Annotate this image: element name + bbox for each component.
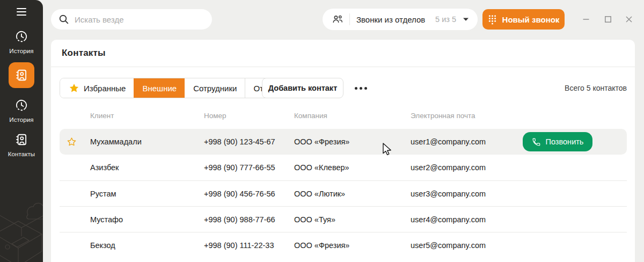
calls-filter-count: 5 из 5 (435, 15, 456, 24)
contacts-table: Клиент Номер Компания Электронная почта … (60, 106, 627, 258)
table-row[interactable]: Мухаммадали +998 (90) 123-45-67 ООО «Фре… (60, 129, 627, 155)
contact-company: ООО «Туя» (294, 215, 335, 224)
contact-email: user4@company.com (411, 215, 486, 224)
new-call-label: Новый звонок (502, 15, 560, 24)
contact-name: Азизбек (90, 163, 119, 172)
contact-company: ООО «Фрезия» (294, 137, 349, 146)
divider (349, 13, 350, 25)
panel-header: Контакты (51, 40, 635, 67)
dialpad-icon (488, 14, 497, 25)
sidebar: История История (0, 0, 43, 262)
tab-external[interactable]: Внешние (134, 78, 185, 98)
sidebar-item-contacts[interactable]: Контакты (0, 133, 43, 157)
menu-button[interactable] (0, 8, 43, 18)
calls-filter-label: Звонки из отделов (356, 15, 425, 24)
contacts-toolbar: Избранные Внешние Сотрудники Отделы Доба… (51, 68, 635, 108)
star-icon (69, 83, 79, 93)
minimize-icon (582, 16, 590, 23)
page-title: Контакты (62, 48, 106, 59)
contact-name: Мустафо (90, 215, 123, 224)
contact-phone: +998 (90) 111-22-33 (204, 241, 274, 250)
table-row[interactable]: Бекзод +998 (90) 111-22-33 ООО «Фрезия» … (60, 232, 627, 258)
call-button[interactable]: Позвонить (523, 132, 592, 151)
global-search (51, 9, 212, 30)
contacts-panel: Контакты Избранные Внешние Сотрудники От… (51, 40, 635, 262)
window-close-button[interactable] (623, 13, 635, 26)
contact-phone: +998 (90) 123-45-67 (204, 137, 275, 146)
contact-company: ООО «Лютик» (294, 190, 345, 198)
contact-name: Мухаммадали (90, 137, 142, 146)
call-button-label: Позвонить (546, 137, 584, 146)
new-call-button[interactable]: Новый звонок (482, 9, 565, 30)
contact-email: user1@company.com (411, 137, 486, 146)
contact-name: Бекзод (90, 241, 115, 250)
address-book-icon (14, 133, 28, 147)
window-minimize-button[interactable] (580, 13, 592, 26)
sidebar-item-label: История (0, 48, 43, 54)
column-header-company: Компания (294, 112, 327, 120)
contact-phone: +998 (90) 988-77-66 (204, 215, 275, 224)
close-icon (625, 16, 633, 23)
history-icon (14, 30, 28, 43)
table-row[interactable]: Азизбек +998 (90) 777-66-55 ООО «Клевер»… (60, 155, 627, 180)
contact-email: user3@company.com (411, 190, 486, 198)
table-header: Клиент Номер Компания Электронная почта (60, 106, 627, 129)
column-header-email: Электронная почта (411, 112, 475, 120)
contact-phone: +998 (90) 456-76-56 (204, 190, 275, 198)
contact-company: ООО «Фрезия» (294, 241, 349, 250)
tab-employees[interactable]: Сотрудники (185, 78, 245, 98)
column-header-number: Номер (204, 112, 226, 120)
search-icon (58, 14, 69, 25)
tab-label: Внешние (142, 84, 177, 93)
calls-filter-dropdown[interactable]: Звонки из отделов 5 из 5 (323, 9, 478, 30)
tab-label: Сотрудники (193, 84, 237, 93)
maximize-icon (604, 16, 612, 23)
phone-icon (532, 137, 541, 147)
search-input[interactable] (75, 15, 204, 24)
sidebar-item-label: Контакты (0, 151, 43, 157)
contact-company: ООО «Клевер» (294, 163, 349, 172)
ellipsis-icon (355, 87, 357, 90)
contact-filter-tabs: Избранные Внешние Сотрудники Отделы (60, 78, 291, 98)
add-contact-button[interactable]: Добавить контакт (262, 78, 343, 98)
history-icon (14, 98, 28, 112)
sidebar-watermark-illustration (0, 165, 43, 262)
contact-name: Рустам (90, 190, 116, 198)
app-window: История История (0, 0, 644, 262)
tab-label: Избранные (84, 84, 126, 93)
groups-icon (331, 13, 344, 26)
contact-phone: +998 (90) 777-66-55 (204, 163, 275, 172)
total-contacts-label: Всего 5 контактов (565, 78, 627, 98)
sidebar-item-contacts-active[interactable] (9, 62, 34, 88)
favorite-star-icon[interactable] (67, 137, 77, 147)
table-row[interactable]: Рустам +998 (90) 456-76-56 ООО «Лютик» u… (60, 180, 627, 206)
contact-email: user2@company.com (411, 163, 486, 172)
window-maximize-button[interactable] (602, 13, 614, 26)
address-book-icon (14, 68, 28, 82)
hamburger-icon (17, 8, 26, 16)
more-options-button[interactable] (349, 78, 372, 98)
chevron-down-icon (463, 17, 469, 21)
sidebar-item-history-top[interactable]: История (0, 30, 43, 54)
contact-email: user5@company.com (411, 241, 486, 250)
column-header-client: Клиент (90, 112, 114, 120)
table-row[interactable]: Мустафо +998 (90) 988-77-66 ООО «Туя» us… (60, 206, 627, 232)
sidebar-item-label: История (0, 117, 43, 123)
sidebar-item-history[interactable]: История (0, 98, 43, 123)
tab-favorites[interactable]: Избранные (60, 78, 134, 98)
